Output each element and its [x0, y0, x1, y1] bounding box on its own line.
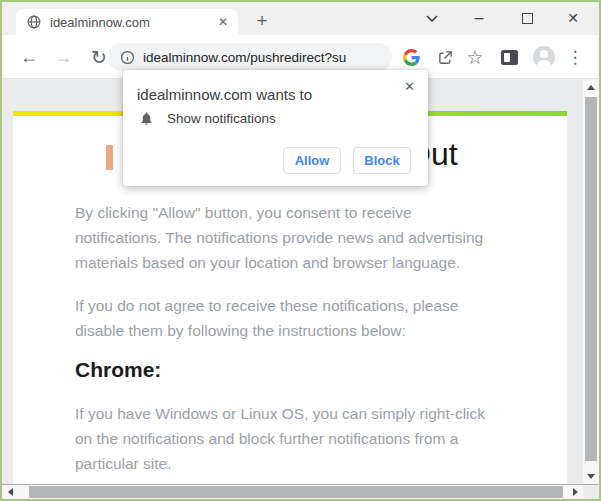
- paragraph-line: materials based on your location and bro…: [75, 250, 483, 275]
- notification-permission-dialog: ✕ idealminnow.com wants to Show notifica…: [123, 70, 428, 186]
- bookmark-star-icon[interactable]: ☆: [460, 35, 490, 79]
- vertical-scroll-track[interactable]: [583, 95, 599, 469]
- globe-favicon-icon: [27, 15, 41, 29]
- kebab-menu-icon[interactable]: ⋮: [562, 35, 588, 79]
- scroll-right-button[interactable]: [567, 485, 583, 500]
- paragraph-line: If you have Windows or Linux OS, you can…: [75, 401, 485, 426]
- permission-row: Show notifications: [139, 111, 276, 126]
- scrollbar-corner: [583, 484, 599, 499]
- vertical-scrollbar[interactable]: [583, 80, 599, 484]
- horizontal-scroll-thumb[interactable]: [29, 486, 563, 498]
- triangle-left-icon: [8, 488, 13, 496]
- triangle-up-icon: [587, 85, 595, 90]
- minimize-button[interactable]: –: [464, 2, 494, 34]
- triangle-right-icon: [573, 488, 578, 496]
- dialog-close-icon[interactable]: ✕: [404, 79, 415, 94]
- paragraph-line: disable them by following the instructio…: [75, 318, 458, 343]
- permission-label: Show notifications: [167, 111, 276, 126]
- paragraph-line: on the notifications and block further n…: [75, 426, 485, 451]
- back-button[interactable]: ←: [14, 35, 44, 79]
- side-panel-glyph: [501, 50, 518, 65]
- allow-button[interactable]: Allow: [283, 147, 341, 174]
- profile-button[interactable]: [529, 35, 559, 79]
- block-button[interactable]: Block: [353, 147, 411, 174]
- section-heading-chrome: Chrome:: [75, 358, 161, 382]
- partial-heading-letter: [106, 145, 113, 170]
- tab-title: idealminnow.com: [50, 15, 216, 30]
- maximize-icon: [522, 13, 533, 24]
- triangle-down-icon: [587, 474, 595, 479]
- tab-search-chevron-icon[interactable]: [417, 2, 447, 34]
- avatar: [533, 46, 555, 68]
- bell-icon: [139, 111, 154, 126]
- maximize-button[interactable]: [512, 2, 542, 34]
- paragraph-line: By clicking "Allow" button, you consent …: [75, 200, 483, 225]
- horizontal-scroll-track[interactable]: [18, 485, 567, 499]
- paragraph-instructions: If you have Windows or Linux OS, you can…: [75, 401, 485, 476]
- horizontal-scrollbar[interactable]: [2, 484, 583, 499]
- paragraph-line: notifications. The notifications provide…: [75, 225, 483, 250]
- dialog-buttons: Allow Block: [283, 147, 411, 174]
- paragraph-line: particular site.: [75, 451, 485, 476]
- window-close-button[interactable]: ✕: [558, 2, 588, 34]
- address-bar[interactable]: idealminnow.com/pushredirect?su: [108, 43, 392, 71]
- tab-close-icon[interactable]: ✕: [216, 15, 230, 29]
- scroll-up-button[interactable]: [583, 80, 599, 95]
- browser-window: idealminnow.com ✕ + – ✕ ← → ↻ idealminno…: [0, 0, 601, 501]
- paragraph-line: If you do not agree to receive these not…: [75, 293, 458, 318]
- browser-tab[interactable]: idealminnow.com ✕: [16, 9, 238, 35]
- side-panel-icon[interactable]: [494, 35, 524, 79]
- forward-button[interactable]: →: [48, 35, 78, 79]
- scroll-left-button[interactable]: [2, 485, 18, 500]
- scroll-down-button[interactable]: [583, 469, 599, 484]
- new-tab-button[interactable]: +: [248, 7, 276, 35]
- dialog-title: idealminnow.com wants to: [137, 86, 312, 103]
- url-text: idealminnow.com/pushredirect?su: [143, 50, 346, 65]
- vertical-scroll-thumb[interactable]: [585, 97, 597, 461]
- paragraph-disagree: If you do not agree to receive these not…: [75, 293, 458, 343]
- title-bar: idealminnow.com ✕ + – ✕: [2, 2, 599, 35]
- share-icon[interactable]: [430, 35, 460, 79]
- page-info-icon[interactable]: [120, 50, 135, 65]
- paragraph-consent: By clicking "Allow" button, you consent …: [75, 200, 483, 275]
